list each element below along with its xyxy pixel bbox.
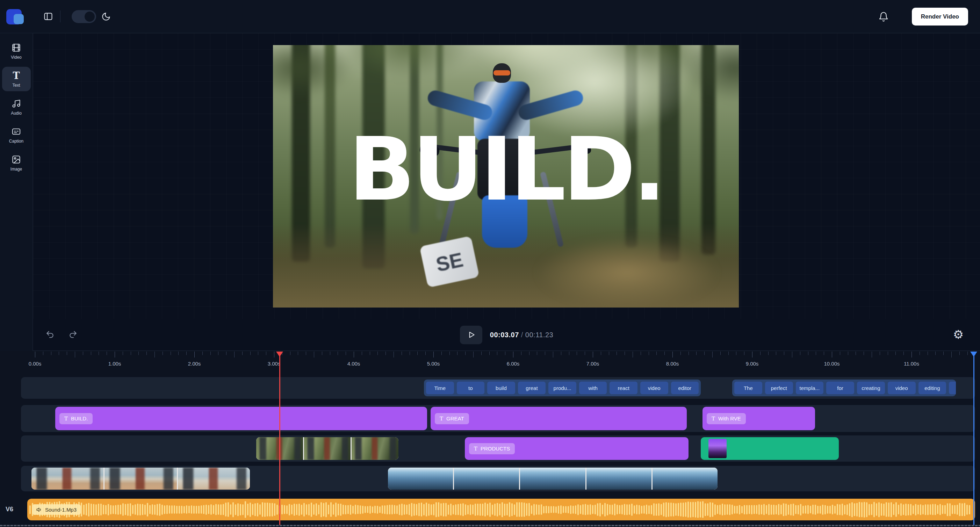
video-clip-beach[interactable] (32, 468, 250, 490)
waveform-bar (462, 503, 464, 516)
waveform-bar (152, 504, 153, 515)
caption-word-chip[interactable]: with (579, 382, 607, 394)
caption-word-chip[interactable]: creating (857, 382, 885, 394)
play-button[interactable] (460, 326, 482, 344)
caption-word-chip[interactable]: templa... (796, 382, 824, 394)
waveform-bar (568, 506, 569, 513)
waveform-bar (355, 505, 356, 514)
caption-word-chip[interactable]: to (457, 382, 485, 394)
video-preview[interactable]: SE BUILD. (273, 45, 739, 307)
audio-waveform (29, 500, 973, 519)
waveform-bar (729, 504, 730, 515)
audio-clip[interactable]: Sound-1.Mp3 (27, 499, 975, 521)
caption-word-chip[interactable]: build (487, 382, 515, 394)
ruler-tick (330, 352, 330, 355)
media-clip-concert[interactable] (701, 437, 839, 460)
theme-toggle-switch[interactable] (72, 10, 96, 23)
ruler-tick (393, 352, 394, 358)
waveform-bar (692, 502, 694, 517)
waveform-bar (800, 504, 802, 516)
ruler-tick-label: 1.00s (108, 361, 121, 366)
waveform-bar (438, 502, 439, 517)
ruler-tick (377, 352, 378, 355)
waveform-bar (404, 504, 405, 515)
text-clip-build-[interactable]: TBUILD. (55, 407, 427, 430)
settings-gear-icon[interactable]: ⚙ (951, 327, 966, 342)
waveform-bar (550, 506, 552, 513)
ruler-tick (704, 352, 705, 355)
sidebar-item-image[interactable]: Image (2, 151, 31, 175)
text-clip-label: BUILD. (71, 416, 88, 422)
waveform-bar (352, 506, 354, 514)
ruler-tick (545, 352, 545, 355)
waveform-bar (328, 505, 329, 514)
render-video-button[interactable]: Render Video (912, 8, 968, 25)
caption-word-chip[interactable]: editor (671, 382, 699, 394)
waveform-bar (450, 503, 452, 516)
ruler-tick-label: 4.00s (347, 361, 360, 366)
waveform-bar (259, 504, 261, 515)
waveform-bar (274, 503, 275, 516)
waveform-bar (587, 505, 589, 515)
notifications-bell-icon[interactable] (877, 11, 890, 23)
sidebar-toggle-icon[interactable] (41, 10, 55, 24)
waveform-bar (966, 505, 968, 515)
waveform-bar (751, 505, 752, 514)
video-thumbnail (105, 468, 177, 490)
caption-word-chip[interactable]: editing (918, 382, 947, 394)
waveform-bar (612, 505, 613, 515)
ruler-tick (362, 352, 362, 355)
waveform-bar (754, 505, 755, 514)
waveform-bar (732, 505, 733, 514)
ruler-tick (577, 352, 577, 355)
waveform-bar (590, 504, 591, 515)
waveform-bar (790, 504, 792, 516)
caption-word-chip[interactable]: Time (426, 382, 454, 394)
waveform-bar (918, 505, 919, 514)
caption-word-chip[interactable]: ap (949, 382, 956, 394)
caption-word-chip[interactable]: The (734, 382, 762, 394)
moon-icon[interactable] (99, 10, 113, 24)
caption-word-chip[interactable]: react (609, 382, 638, 394)
timeline-end-marker[interactable] (970, 352, 977, 357)
waveform-bar (193, 506, 195, 514)
sidebar-item-text[interactable]: TText (2, 67, 31, 91)
sidebar-item-caption[interactable]: Caption (2, 123, 31, 147)
waveform-bar (558, 506, 559, 514)
caption-word-chip[interactable]: perfect (765, 382, 793, 394)
waveform-bar (477, 503, 479, 516)
caption-word-chip[interactable]: video (888, 382, 916, 394)
ruler-tick (35, 352, 35, 358)
waveform-bar (362, 506, 363, 514)
playhead-handle[interactable] (276, 352, 283, 357)
video-clip-forest[interactable] (256, 437, 398, 460)
waveform-bar (932, 504, 934, 515)
waveform-bar (443, 503, 444, 516)
video-clip-alps[interactable] (388, 468, 718, 490)
waveform-bar (286, 505, 288, 514)
playhead-line[interactable] (279, 352, 280, 525)
waveform-bar (183, 506, 185, 513)
waveform-bar (181, 506, 183, 514)
app-logo-icon[interactable] (6, 8, 24, 26)
text-clip-great[interactable]: TGREAT (431, 407, 687, 430)
caption-word-chip[interactable]: produ... (548, 382, 576, 394)
waveform-bar (778, 504, 780, 515)
sidebar-item-video[interactable]: Video (2, 39, 31, 63)
caption-word-chip[interactable]: great (518, 382, 546, 394)
horizontal-scrollbar[interactable] (0, 525, 980, 526)
caption-group[interactable]: Timetobuildgreatprodu...withreactvideoed… (424, 379, 701, 396)
timeline-ruler[interactable]: 0.00s1.00s2.00s3.00s4.00s5.00s6.00s7.00s… (0, 351, 980, 375)
waveform-bar (453, 505, 454, 514)
waveform-bar (142, 504, 143, 515)
waveform-bar (401, 503, 402, 516)
text-clip-with-rve[interactable]: TWith RVE (703, 407, 815, 430)
ruler-tick (760, 352, 760, 355)
caption-word-chip[interactable]: video (640, 382, 668, 394)
text-clip-products[interactable]: TPRODUCTS (465, 437, 689, 460)
caption-word-chip[interactable]: for (826, 382, 854, 394)
video-thumbnail (652, 468, 718, 490)
waveform-bar (893, 504, 894, 515)
sidebar-item-audio[interactable]: Audio (2, 95, 31, 119)
caption-group[interactable]: Theperfecttempla...forcreatingvideoediti… (732, 379, 956, 396)
